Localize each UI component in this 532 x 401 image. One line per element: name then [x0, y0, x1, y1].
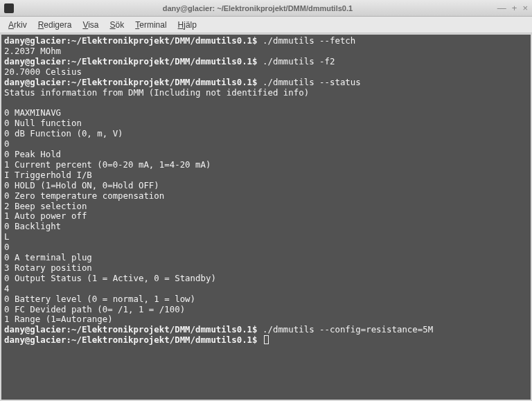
- menubar: ArkivRedigeraVisaSökTerminalHjälp: [0, 17, 532, 33]
- shell-output: 0 FC Devided path (0= /1, 1 = /100): [4, 304, 185, 314]
- shell-output: 0 dB Function (0, m, V): [4, 128, 123, 139]
- shell-output: Status information from DMM (Including n…: [4, 87, 309, 98]
- shell-output: 0 Backlight: [4, 221, 61, 231]
- shell-output: 0 A terminal plug: [4, 252, 92, 262]
- window-controls: — + ×: [497, 3, 528, 12]
- shell-output: 1 Auto power off: [4, 211, 87, 221]
- maximize-button[interactable]: +: [512, 3, 517, 12]
- shell-output: 2 Beep selection: [4, 201, 87, 211]
- shell-output: 4: [4, 283, 9, 294]
- app-icon: [4, 3, 14, 13]
- minimize-button[interactable]: —: [497, 3, 506, 12]
- text-cursor: [264, 335, 269, 344]
- shell-prompt: dany@glacier:~/Elektronikprojekt/DMM/dmm…: [4, 56, 258, 66]
- shell-command: ./dmmutils --fetch: [263, 35, 355, 46]
- shell-output: 0 Null function: [4, 118, 82, 128]
- shell-output: 3 Rotary position: [4, 262, 92, 273]
- shell-output: 0 Output Status (1 = Active, 0 = Standby…: [4, 273, 216, 283]
- shell-output: L: [4, 231, 9, 242]
- shell-output: 0 HOLD (1=Hold ON, 0=Hold OFF): [4, 180, 159, 190]
- shell-output: 0: [4, 242, 9, 252]
- shell-output: 2.2037 MOhm: [4, 46, 61, 56]
- terminal[interactable]: dany@glacier:~/Elektronikprojekt/DMM/dmm…: [1, 35, 531, 400]
- shell-output: 0 Zero temperature compensation: [4, 190, 164, 201]
- menu-redigera[interactable]: Redigera: [34, 19, 76, 31]
- shell-prompt: dany@glacier:~/Elektronikprojekt/DMM/dmm…: [4, 77, 258, 87]
- shell-output: 0: [4, 139, 9, 149]
- shell-output: 1 Range (1=Autorange): [4, 314, 113, 324]
- shell-command: ./dmmutils --config=resistance=5M: [263, 324, 433, 335]
- menu-visa[interactable]: Visa: [78, 19, 103, 31]
- shell-output: 0 Peak Hold: [4, 149, 61, 159]
- shell-output: 20.7000 Celsius: [4, 66, 82, 77]
- shell-command: ./dmmutils --status: [263, 77, 361, 87]
- close-button[interactable]: ×: [522, 3, 528, 12]
- shell-prompt: dany@glacier:~/Elektronikprojekt/DMM/dmm…: [4, 335, 258, 345]
- menu-arkiv[interactable]: Arkiv: [4, 19, 31, 31]
- shell-output: 1 Current percent (0=0-20 mA, 1=4-20 mA): [4, 159, 211, 170]
- shell-command: ./dmmutils -f2: [263, 56, 335, 66]
- shell-prompt: dany@glacier:~/Elektronikprojekt/DMM/dmm…: [4, 35, 258, 46]
- menu-sök[interactable]: Sök: [106, 19, 129, 31]
- window-title: dany@glacier: ~/Elektronikprojekt/DMM/dm…: [18, 4, 497, 12]
- terminal-container: dany@glacier:~/Elektronikprojekt/DMM/dmm…: [0, 33, 532, 401]
- menu-hjälp[interactable]: Hjälp: [174, 19, 201, 31]
- shell-output: 0 Battery level (0 = normal, 1 = low): [4, 294, 195, 304]
- window-titlebar: dany@glacier: ~/Elektronikprojekt/DMM/dm…: [0, 0, 532, 17]
- shell-output: I Triggerhold I/B: [4, 170, 92, 180]
- shell-output: 0 MAXMINAVG: [4, 107, 61, 118]
- shell-prompt: dany@glacier:~/Elektronikprojekt/DMM/dmm…: [4, 324, 258, 335]
- menu-terminal[interactable]: Terminal: [131, 19, 170, 31]
